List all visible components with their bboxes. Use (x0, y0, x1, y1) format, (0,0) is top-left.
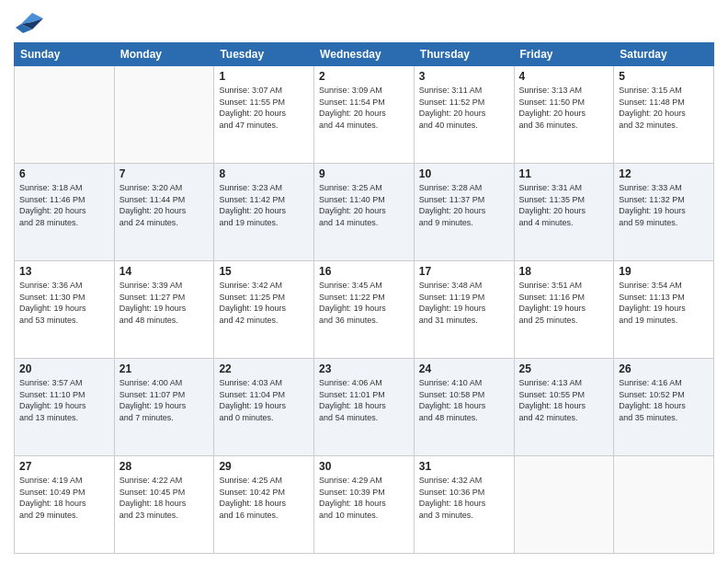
day-info: Sunrise: 3:20 AM Sunset: 11:44 PM Daylig… (119, 182, 210, 228)
day-info: Sunrise: 3:57 AM Sunset: 11:10 PM Daylig… (19, 377, 109, 423)
day-info: Sunrise: 4:03 AM Sunset: 11:04 PM Daylig… (219, 377, 309, 423)
day-header-sunday: Sunday (15, 43, 115, 66)
calendar-cell: 27Sunrise: 4:19 AM Sunset: 10:49 PM Dayl… (15, 456, 115, 554)
day-info: Sunrise: 3:23 AM Sunset: 11:42 PM Daylig… (219, 182, 309, 228)
day-number: 4 (519, 70, 609, 83)
calendar-cell: 17Sunrise: 3:48 AM Sunset: 11:19 PM Dayl… (414, 261, 514, 359)
day-info: Sunrise: 3:18 AM Sunset: 11:46 PM Daylig… (19, 182, 109, 228)
day-info: Sunrise: 3:07 AM Sunset: 11:55 PM Daylig… (219, 85, 309, 131)
day-number: 9 (319, 167, 409, 180)
calendar-cell: 21Sunrise: 4:00 AM Sunset: 11:07 PM Dayl… (114, 359, 214, 456)
day-info: Sunrise: 4:06 AM Sunset: 11:01 PM Daylig… (319, 377, 409, 423)
calendar-page: SundayMondayTuesdayWednesdayThursdayFrid… (0, 0, 728, 563)
calendar-cell (614, 456, 714, 554)
day-info: Sunrise: 4:25 AM Sunset: 10:42 PM Daylig… (219, 475, 309, 521)
calendar-cell: 23Sunrise: 4:06 AM Sunset: 11:01 PM Dayl… (314, 359, 415, 456)
day-number: 3 (419, 70, 509, 83)
calendar-cell: 26Sunrise: 4:16 AM Sunset: 10:52 PM Dayl… (614, 359, 714, 456)
day-info: Sunrise: 3:45 AM Sunset: 11:22 PM Daylig… (319, 280, 409, 326)
logo (14, 9, 47, 35)
day-info: Sunrise: 3:33 AM Sunset: 11:32 PM Daylig… (619, 182, 709, 228)
day-number: 30 (319, 460, 409, 473)
calendar-cell: 7Sunrise: 3:20 AM Sunset: 11:44 PM Dayli… (114, 164, 214, 261)
day-number: 16 (319, 265, 409, 278)
calendar-cell: 28Sunrise: 4:22 AM Sunset: 10:45 PM Dayl… (114, 456, 214, 554)
calendar-cell (15, 66, 115, 164)
day-number: 22 (219, 362, 309, 375)
day-number: 11 (519, 167, 609, 180)
calendar-cell: 14Sunrise: 3:39 AM Sunset: 11:27 PM Dayl… (114, 261, 214, 359)
day-info: Sunrise: 4:19 AM Sunset: 10:49 PM Daylig… (19, 475, 109, 521)
day-number: 29 (219, 460, 309, 473)
day-number: 12 (619, 167, 709, 180)
day-info: Sunrise: 3:51 AM Sunset: 11:16 PM Daylig… (519, 280, 609, 326)
calendar-week-row: 27Sunrise: 4:19 AM Sunset: 10:49 PM Dayl… (15, 456, 714, 554)
calendar-cell: 4Sunrise: 3:13 AM Sunset: 11:50 PM Dayli… (514, 66, 614, 164)
calendar-cell: 31Sunrise: 4:32 AM Sunset: 10:36 PM Dayl… (414, 456, 514, 554)
day-number: 13 (19, 265, 109, 278)
calendar-cell: 24Sunrise: 4:10 AM Sunset: 10:58 PM Dayl… (414, 359, 514, 456)
day-number: 7 (119, 167, 210, 180)
day-number: 15 (219, 265, 309, 278)
day-info: Sunrise: 3:13 AM Sunset: 11:50 PM Daylig… (519, 85, 609, 131)
day-number: 20 (19, 362, 109, 375)
calendar-cell: 16Sunrise: 3:45 AM Sunset: 11:22 PM Dayl… (314, 261, 415, 359)
day-header-wednesday: Wednesday (314, 43, 415, 66)
calendar-week-row: 13Sunrise: 3:36 AM Sunset: 11:30 PM Dayl… (15, 261, 714, 359)
day-info: Sunrise: 4:13 AM Sunset: 10:55 PM Daylig… (519, 377, 609, 423)
calendar-week-row: 6Sunrise: 3:18 AM Sunset: 11:46 PM Dayli… (15, 164, 714, 261)
calendar-cell: 13Sunrise: 3:36 AM Sunset: 11:30 PM Dayl… (15, 261, 115, 359)
day-info: Sunrise: 4:00 AM Sunset: 11:07 PM Daylig… (119, 377, 210, 423)
day-number: 19 (619, 265, 709, 278)
day-number: 28 (119, 460, 210, 473)
calendar-cell: 8Sunrise: 3:23 AM Sunset: 11:42 PM Dayli… (214, 164, 314, 261)
day-number: 14 (119, 265, 210, 278)
calendar-cell: 6Sunrise: 3:18 AM Sunset: 11:46 PM Dayli… (15, 164, 115, 261)
day-info: Sunrise: 3:39 AM Sunset: 11:27 PM Daylig… (119, 280, 210, 326)
day-number: 17 (419, 265, 509, 278)
day-number: 26 (619, 362, 709, 375)
day-info: Sunrise: 3:48 AM Sunset: 11:19 PM Daylig… (419, 280, 509, 326)
day-header-thursday: Thursday (414, 43, 514, 66)
calendar-cell: 11Sunrise: 3:31 AM Sunset: 11:35 PM Dayl… (514, 164, 614, 261)
calendar-cell: 15Sunrise: 3:42 AM Sunset: 11:25 PM Dayl… (214, 261, 314, 359)
day-info: Sunrise: 4:22 AM Sunset: 10:45 PM Daylig… (119, 475, 210, 521)
day-info: Sunrise: 3:28 AM Sunset: 11:37 PM Daylig… (419, 182, 509, 228)
calendar-cell: 3Sunrise: 3:11 AM Sunset: 11:52 PM Dayli… (414, 66, 514, 164)
day-info: Sunrise: 3:15 AM Sunset: 11:48 PM Daylig… (619, 85, 709, 131)
day-info: Sunrise: 3:36 AM Sunset: 11:30 PM Daylig… (19, 280, 109, 326)
calendar-cell: 1Sunrise: 3:07 AM Sunset: 11:55 PM Dayli… (214, 66, 314, 164)
day-number: 31 (419, 460, 509, 473)
day-number: 21 (119, 362, 210, 375)
calendar-cell (114, 66, 214, 164)
day-info: Sunrise: 3:11 AM Sunset: 11:52 PM Daylig… (419, 85, 509, 131)
day-number: 24 (419, 362, 509, 375)
calendar-cell: 20Sunrise: 3:57 AM Sunset: 11:10 PM Dayl… (15, 359, 115, 456)
calendar-cell: 25Sunrise: 4:13 AM Sunset: 10:55 PM Dayl… (514, 359, 614, 456)
day-number: 18 (519, 265, 609, 278)
day-number: 8 (219, 167, 309, 180)
calendar-cell: 18Sunrise: 3:51 AM Sunset: 11:16 PM Dayl… (514, 261, 614, 359)
calendar-cell: 22Sunrise: 4:03 AM Sunset: 11:04 PM Dayl… (214, 359, 314, 456)
calendar-cell: 19Sunrise: 3:54 AM Sunset: 11:13 PM Dayl… (614, 261, 714, 359)
day-number: 25 (519, 362, 609, 375)
calendar-cell: 12Sunrise: 3:33 AM Sunset: 11:32 PM Dayl… (614, 164, 714, 261)
calendar-cell: 30Sunrise: 4:29 AM Sunset: 10:39 PM Dayl… (314, 456, 415, 554)
day-number: 10 (419, 167, 509, 180)
day-number: 1 (219, 70, 309, 83)
day-info: Sunrise: 4:10 AM Sunset: 10:58 PM Daylig… (419, 377, 509, 423)
day-info: Sunrise: 4:32 AM Sunset: 10:36 PM Daylig… (419, 475, 509, 521)
day-info: Sunrise: 3:25 AM Sunset: 11:40 PM Daylig… (319, 182, 409, 228)
calendar-header-row: SundayMondayTuesdayWednesdayThursdayFrid… (15, 43, 714, 66)
day-header-friday: Friday (514, 43, 614, 66)
day-info: Sunrise: 4:29 AM Sunset: 10:39 PM Daylig… (319, 475, 409, 521)
calendar-week-row: 20Sunrise: 3:57 AM Sunset: 11:10 PM Dayl… (15, 359, 714, 456)
calendar-week-row: 1Sunrise: 3:07 AM Sunset: 11:55 PM Dayli… (15, 66, 714, 164)
day-info: Sunrise: 3:54 AM Sunset: 11:13 PM Daylig… (619, 280, 709, 326)
calendar-cell: 29Sunrise: 4:25 AM Sunset: 10:42 PM Dayl… (214, 456, 314, 554)
day-info: Sunrise: 3:31 AM Sunset: 11:35 PM Daylig… (519, 182, 609, 228)
calendar-cell (514, 456, 614, 554)
day-header-monday: Monday (114, 43, 214, 66)
calendar-cell: 2Sunrise: 3:09 AM Sunset: 11:54 PM Dayli… (314, 66, 415, 164)
day-info: Sunrise: 3:09 AM Sunset: 11:54 PM Daylig… (319, 85, 409, 131)
